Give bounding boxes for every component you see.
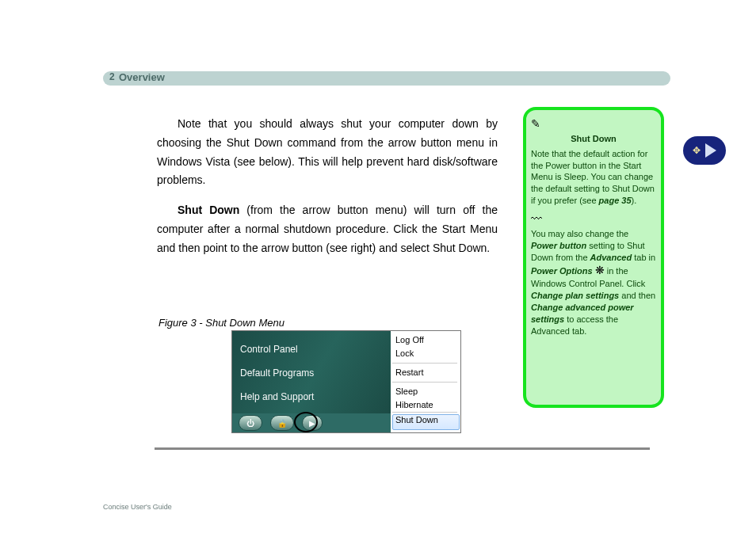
menu-sleep[interactable]: Sleep: [395, 386, 456, 396]
arrow-right-icon: [705, 143, 716, 158]
lock-button[interactable]: 🔒: [270, 415, 294, 431]
start-item-default-programs[interactable]: Default Programs: [240, 367, 367, 379]
page-title: Overview: [119, 71, 165, 83]
sidebar-p2: You may also change the Power button set…: [531, 228, 656, 337]
footer-text: Concise User's Guide: [103, 503, 172, 511]
start-item-help-support[interactable]: Help and Support: [240, 391, 367, 402]
page-number: 2: [109, 71, 115, 82]
sidebar-note: ✎ Shut Down Note that the default action…: [523, 107, 664, 408]
shutdown-submenu: Log Off Lock Restart Sleep Hibernate Shu…: [391, 331, 460, 432]
menu-hibernate[interactable]: Hibernate: [395, 400, 456, 409]
gear-icon: ❋: [595, 264, 605, 276]
header-bar: [103, 71, 670, 86]
content-body: Note that you should always shut your co…: [157, 115, 498, 269]
sidebar-p1: Note that the default action for the Pow…: [531, 148, 656, 207]
start-bottom-buttons: ⏻ 🔒 ▶: [232, 413, 397, 432]
arrow-button[interactable]: ▶: [302, 415, 323, 431]
menu-restart[interactable]: Restart: [395, 367, 456, 377]
page-next-button[interactable]: ✥: [683, 136, 726, 165]
start-menu-figure: Control Panel Default Programs Help and …: [231, 330, 461, 433]
power-button[interactable]: ⏻: [239, 415, 262, 431]
menu-sep: [392, 382, 457, 383]
start-menu-left: Control Panel Default Programs Help and …: [232, 331, 391, 432]
section-divider: [155, 447, 650, 450]
paragraph-shutdown: Shut Down (from the arrow button menu) w…: [157, 201, 498, 257]
paragraph-note: Note that you should always shut your co…: [157, 115, 498, 190]
wave-icon: 〰: [531, 211, 656, 227]
menu-lock[interactable]: Lock: [395, 348, 456, 358]
start-item-control-panel[interactable]: Control Panel: [240, 344, 367, 355]
page-icon: ✥: [693, 145, 701, 156]
menu-shut-down[interactable]: Shut Down: [395, 415, 456, 424]
menu-sep: [392, 412, 457, 413]
shutdown-label: Shut Down: [178, 204, 239, 216]
menu-sep: [392, 363, 457, 364]
page-ref[interactable]: page 35: [599, 196, 632, 205]
sidebar-heading: Shut Down: [531, 133, 656, 145]
figure-caption: Figure 3 - Shut Down Menu: [158, 317, 284, 329]
pen-icon: ✎: [531, 116, 656, 131]
menu-log-off[interactable]: Log Off: [395, 335, 456, 345]
